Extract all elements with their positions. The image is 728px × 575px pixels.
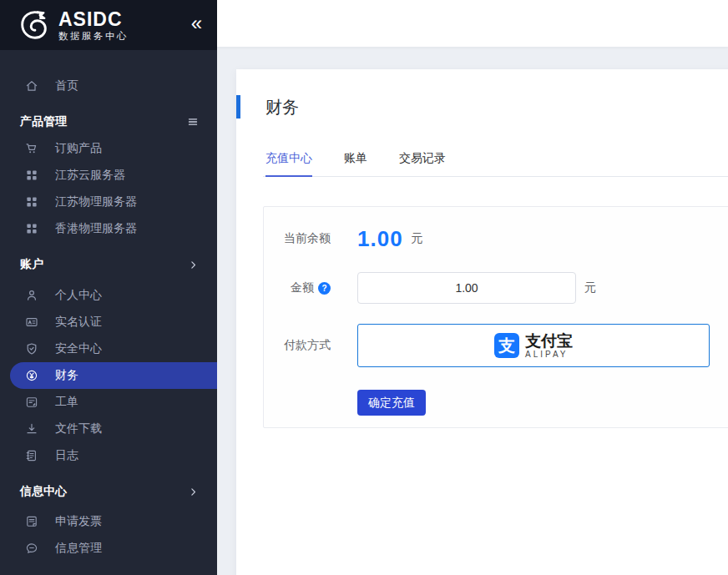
sidebar-item-file-download[interactable]: 文件下载 — [0, 416, 217, 442]
sidebar-item-label: 文件下载 — [55, 421, 102, 436]
amount-input[interactable] — [357, 272, 576, 304]
sidebar-item-label: 江苏云服务器 — [55, 168, 125, 183]
main-area: 财务 充值中心 账单 交易记录 当前余额 1.00 元 金额 — [217, 0, 728, 575]
sidebar-section-account[interactable]: 账户 — [0, 251, 217, 278]
sidebar-item-label: 订购产品 — [55, 141, 102, 156]
alipay-name: 支付宝 — [525, 333, 573, 349]
id-card-icon — [25, 315, 38, 329]
shield-check-icon — [25, 342, 38, 356]
chevron-right-icon — [188, 260, 199, 270]
payment-option-alipay[interactable]: 支 支付宝 ALIPAY — [357, 324, 710, 367]
app-root: ASIDC 数据服务中心 « 首页 产品管理 — [0, 0, 728, 575]
payment-row: 付款方式 支 支付宝 ALIPAY — [264, 324, 728, 367]
sidebar-item-finance[interactable]: 财务 — [10, 362, 217, 389]
sidebar-item-label: 安全中心 — [55, 341, 102, 356]
sidebar-item-label: 江苏物理服务器 — [55, 194, 137, 209]
alipay-sub: ALIPAY — [525, 351, 573, 359]
sidebar-item-label: 申请发票 — [55, 514, 102, 529]
confirm-recharge-button[interactable]: 确定充值 — [357, 390, 426, 416]
balance-value: 1.00 — [357, 226, 403, 252]
sidebar-collapse-icon[interactable]: « — [191, 13, 202, 37]
sidebar-section-label: 信息中心 — [20, 484, 67, 499]
sidebar-section-info-center[interactable]: 信息中心 — [0, 478, 217, 505]
brand-subtitle: 数据服务中心 — [58, 31, 129, 41]
sidebar-item-message-management[interactable]: 信息管理 — [0, 535, 217, 562]
tab-recharge-center[interactable]: 充值中心 — [265, 147, 312, 177]
sidebar-item-label: 实名认证 — [55, 315, 102, 330]
sidebar-item-label: 日志 — [55, 448, 78, 463]
sidebar-section-products[interactable]: 产品管理 — [0, 108, 217, 135]
sidebar-section-label: 账户 — [20, 257, 43, 272]
tab-bills[interactable]: 账单 — [344, 147, 367, 177]
sidebar-nav: 首页 产品管理 订购产品 江苏云服务器 — [0, 50, 217, 575]
log-icon — [25, 449, 38, 462]
finance-coin-icon — [25, 369, 38, 382]
user-icon — [25, 289, 38, 302]
page-title-row: 财务 — [236, 69, 728, 119]
help-icon[interactable]: ? — [318, 282, 331, 295]
sidebar: ASIDC 数据服务中心 « 首页 产品管理 — [0, 0, 217, 575]
cart-icon — [25, 142, 38, 155]
balance-label: 当前余额 — [264, 231, 357, 246]
amount-label: 金额 ? — [264, 280, 357, 295]
top-navbar — [217, 0, 728, 47]
work-order-icon — [25, 396, 38, 409]
menu-icon — [187, 116, 199, 128]
balance-row: 当前余额 1.00 元 — [264, 222, 728, 255]
finance-card: 财务 充值中心 账单 交易记录 当前余额 1.00 元 金额 — [236, 69, 728, 575]
sidebar-item-label: 个人中心 — [55, 288, 102, 303]
page-title: 财务 — [265, 98, 299, 116]
message-bubble-icon — [25, 542, 38, 555]
home-icon — [25, 79, 38, 93]
tab-transactions[interactable]: 交易记录 — [399, 147, 446, 177]
alipay-text: 支付宝 ALIPAY — [525, 333, 573, 359]
sidebar-item-apply-invoice[interactable]: 申请发票 — [0, 508, 217, 535]
download-icon — [25, 422, 38, 436]
sidebar-item-jiangsu-cloud-servers[interactable]: 江苏云服务器 — [0, 162, 217, 189]
chevron-right-icon — [188, 487, 199, 497]
content-area: 财务 充值中心 账单 交易记录 当前余额 1.00 元 金额 — [217, 47, 728, 575]
brand-title: ASIDC — [58, 9, 129, 29]
balance-unit: 元 — [412, 231, 423, 246]
sidebar-item-label: 香港物理服务器 — [55, 221, 137, 236]
grid-icon — [25, 222, 38, 235]
recharge-form-panel: 当前余额 1.00 元 金额 ? 元 付款方式 — [263, 206, 728, 428]
tab-bar: 充值中心 账单 交易记录 — [236, 147, 728, 177]
amount-row: 金额 ? 元 — [264, 272, 728, 304]
sidebar-item-label: 首页 — [55, 78, 78, 93]
sidebar-item-security-center[interactable]: 安全中心 — [0, 335, 217, 362]
payment-label: 付款方式 — [264, 338, 357, 353]
sidebar-item-label: 工单 — [55, 395, 78, 410]
sidebar-item-home[interactable]: 首页 — [0, 73, 217, 99]
amount-unit: 元 — [584, 280, 596, 295]
sidebar-item-hongkong-physical-servers[interactable]: 香港物理服务器 — [0, 215, 217, 242]
grid-icon — [25, 195, 38, 209]
sidebar-item-jiangsu-physical-servers[interactable]: 江苏物理服务器 — [0, 189, 217, 215]
sidebar-item-label: 财务 — [55, 368, 78, 383]
grid-icon — [25, 169, 38, 182]
title-accent-bar — [236, 95, 240, 119]
sidebar-header: ASIDC 数据服务中心 « — [0, 0, 217, 50]
sidebar-item-logs[interactable]: 日志 — [0, 442, 217, 469]
sidebar-item-personal-center[interactable]: 个人中心 — [0, 282, 217, 309]
sidebar-section-label: 产品管理 — [20, 114, 67, 129]
alipay-logo-icon: 支 — [494, 333, 519, 358]
sidebar-item-realname-auth[interactable]: 实名认证 — [0, 309, 217, 335]
sidebar-item-work-order[interactable]: 工单 — [0, 389, 217, 416]
brand-logo-icon — [17, 8, 52, 43]
sidebar-item-label: 信息管理 — [55, 541, 102, 556]
submit-row: 确定充值 — [264, 390, 728, 416]
sidebar-item-order-products[interactable]: 订购产品 — [0, 135, 217, 162]
brand-text: ASIDC 数据服务中心 — [58, 9, 129, 41]
invoice-icon — [25, 515, 38, 528]
